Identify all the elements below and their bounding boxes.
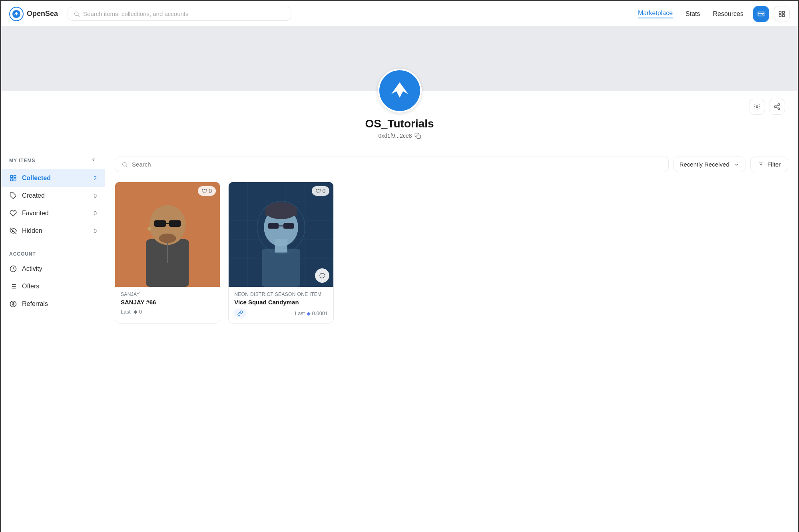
svg-point-3 [762, 14, 763, 15]
content-toolbar: Recently Received Filter [115, 157, 788, 172]
avatar-container [378, 69, 422, 113]
logo[interactable]: OpenSea [9, 7, 58, 21]
settings-button[interactable] [749, 99, 765, 115]
sidebar-item-created[interactable]: Created 0 [1, 187, 105, 204]
svg-rect-9 [417, 135, 420, 139]
eye-off-icon [9, 227, 17, 235]
svg-point-42 [159, 234, 176, 243]
eth-symbol-sanjay: ◆ [133, 309, 137, 315]
nft-footer-vice-squad: Last ◆ 0.0001 [234, 309, 328, 318]
activity-label: Activity [22, 265, 97, 272]
profile-actions [749, 99, 785, 115]
nav-marketplace[interactable]: Marketplace [638, 10, 673, 18]
nft-like-vice-squad[interactable]: 0 [312, 186, 330, 196]
header-icons [753, 6, 790, 22]
main-layout: MY ITEMS Collected 2 [1, 147, 798, 532]
sidebar-divider [1, 243, 105, 243]
svg-point-43 [147, 227, 151, 231]
sidebar-my-items-label: MY ITEMS [9, 158, 35, 163]
nft-link-button[interactable] [234, 309, 246, 318]
nav-stats[interactable]: Stats [685, 10, 700, 18]
nft-price-vice-squad: 0.0001 [312, 310, 328, 316]
profile-menu-button[interactable] [774, 6, 790, 22]
svg-point-12 [774, 106, 776, 108]
main-nav: Marketplace Stats Resources [625, 10, 743, 18]
wallet-button[interactable] [753, 6, 769, 22]
nft-image-vice-squad: 0 [229, 182, 333, 287]
sidebar-my-items-header: MY ITEMS [1, 153, 105, 169]
copy-icon[interactable] [414, 133, 421, 139]
sidebar-collapse-button[interactable] [90, 157, 97, 165]
filter-icon [758, 161, 764, 168]
avatar-icon [386, 77, 414, 105]
filter-button[interactable]: Filter [750, 157, 788, 172]
svg-point-11 [778, 104, 780, 106]
svg-point-13 [778, 108, 780, 110]
offers-label: Offers [22, 283, 97, 290]
global-search-input[interactable] [83, 10, 285, 17]
nft-card-vice-squad[interactable]: 0 Neon District Season One Item Vice Squ… [228, 182, 334, 324]
avatar [378, 69, 422, 113]
created-label: Created [22, 192, 89, 199]
content-search-icon [122, 161, 128, 168]
share-button[interactable] [769, 99, 785, 115]
nft-like-count-sanjay: 0 [209, 188, 212, 194]
heart-like-icon-2 [316, 189, 321, 194]
sort-dropdown[interactable]: Recently Received [673, 157, 745, 172]
logo-text: OpenSea [27, 10, 58, 18]
sidebar-item-hidden[interactable]: Hidden 0 [1, 222, 105, 240]
sidebar-item-activity[interactable]: Activity [1, 260, 105, 278]
list-icon [9, 282, 17, 290]
wallet-icon [757, 10, 765, 18]
logo-icon [9, 7, 24, 21]
refresh-icon [319, 272, 325, 279]
svg-point-30 [123, 162, 126, 166]
created-count: 0 [94, 193, 97, 199]
svg-rect-40 [169, 220, 181, 227]
nft-price-sanjay: 0 [139, 309, 142, 315]
profile-section: OS_Tutorials 0xd1f9...2ce8 [1, 91, 798, 147]
profile-address-text: 0xd1f9...2ce8 [378, 133, 412, 139]
collected-count: 2 [94, 175, 97, 181]
nft-collection-sanjay: SANJAY [121, 292, 214, 297]
svg-point-1 [75, 12, 78, 15]
svg-line-14 [776, 107, 778, 108]
nft-footer-sanjay: Last ◆ 0 [121, 309, 214, 315]
chevron-left-icon [90, 157, 97, 163]
heart-like-icon [202, 189, 207, 194]
hidden-label: Hidden [22, 227, 89, 234]
content-search-input[interactable] [132, 161, 662, 168]
sidebar-item-favorited[interactable]: Favorited 0 [1, 204, 105, 222]
nft-name-vice-squad: Vice Squad Candyman [234, 299, 328, 306]
favorited-label: Favorited [22, 210, 89, 217]
sidebar-item-collected[interactable]: Collected 2 [1, 169, 105, 187]
nft-last-label-vice-squad: Last ◆ 0.0001 [295, 310, 328, 316]
nft-collection-vice-squad: Neon District Season One Item [234, 292, 328, 297]
svg-rect-16 [10, 175, 12, 177]
sidebar-item-referrals[interactable]: Referrals [1, 295, 105, 313]
nav-resources[interactable]: Resources [713, 10, 743, 18]
sidebar-account-label: ACCOUNT [1, 246, 105, 260]
svg-line-15 [776, 105, 778, 106]
sidebar-item-offers[interactable]: Offers [1, 278, 105, 295]
favorited-count: 0 [94, 210, 97, 216]
content-area: Recently Received Filter [105, 147, 798, 532]
svg-rect-17 [14, 175, 16, 177]
chevron-down-icon [734, 162, 739, 167]
svg-line-31 [126, 166, 128, 167]
nft-grid: 0 SANJAY SANJAY #66 Last ◆ 0 [115, 182, 788, 324]
profile-username: OS_Tutorials [365, 117, 434, 130]
tag-icon [9, 192, 17, 200]
nft-card-body-sanjay: SANJAY SANJAY #66 Last ◆ 0 [115, 287, 220, 320]
content-search-bar [115, 157, 669, 172]
nft-artwork-sanjay [115, 182, 220, 287]
nft-like-sanjay[interactable]: 0 [198, 186, 216, 196]
svg-rect-58 [268, 223, 279, 228]
grid-icon [9, 174, 17, 182]
global-search-bar [68, 7, 291, 21]
nft-card-sanjay-66[interactable]: 0 SANJAY SANJAY #66 Last ◆ 0 [115, 182, 220, 324]
profile-icon [778, 10, 785, 18]
link-icon [237, 310, 243, 316]
gear-icon [753, 103, 761, 110]
svg-rect-6 [779, 14, 781, 16]
